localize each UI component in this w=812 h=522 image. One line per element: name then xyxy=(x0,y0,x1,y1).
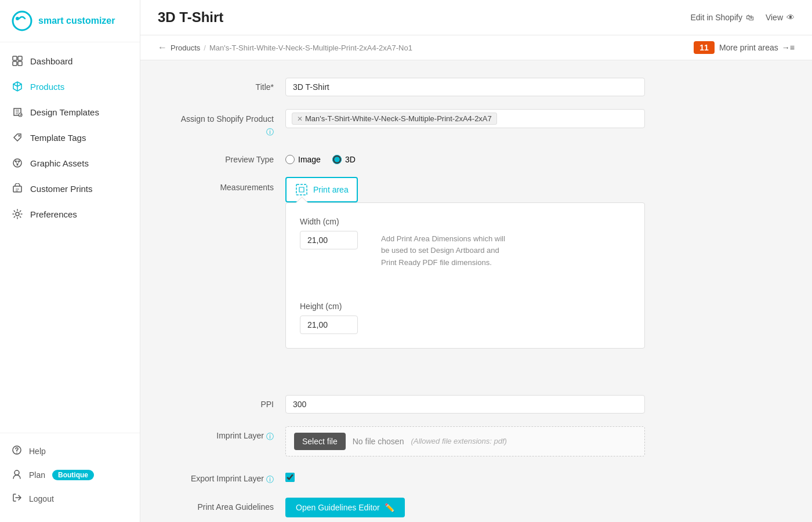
width-label: Width (cm) xyxy=(300,217,358,226)
preview-type-row: Preview Type Image 3D xyxy=(158,150,645,164)
export-imprint-label: Export Imprint Layer ⓘ xyxy=(158,469,274,485)
title-input[interactable] xyxy=(285,78,645,96)
breadcrumb-current: Man's-T-Shirt-White-V-Neck-S-Multiple-Pr… xyxy=(209,44,412,52)
page-title: 3D T-Shirt xyxy=(158,9,223,26)
breadcrumb: ← Products / Man's-T-Shirt-White-V-Neck-… xyxy=(158,42,412,53)
graphic-assets-icon xyxy=(12,157,23,169)
export-imprint-checkbox[interactable] xyxy=(285,473,295,482)
measurements-row: Measurements Print area Width (c xyxy=(158,177,645,349)
svg-rect-2 xyxy=(13,56,17,60)
preview-3d-radio[interactable] xyxy=(332,155,342,164)
imprint-file-ext: (Allowed file extensions: pdf) xyxy=(411,437,506,445)
measurements-field: Print area Width (cm) Add Print Area Dim… xyxy=(285,177,645,349)
imprint-file-area: Select file No file chosen (Allowed file… xyxy=(285,426,645,456)
preview-image-label: Image xyxy=(298,155,321,164)
print-area-tab-btn[interactable]: Print area xyxy=(285,177,358,202)
assign-info-icon[interactable]: ⓘ xyxy=(266,127,274,137)
measurements-tab-area: Print area Width (cm) Add Print Area Dim… xyxy=(285,177,645,349)
svg-point-18 xyxy=(16,452,17,454)
sidebar-item-preferences[interactable]: Preferences xyxy=(0,201,140,227)
print-areas-section: 11 More print areas →≡ xyxy=(694,41,795,54)
preview-image-option[interactable]: Image xyxy=(285,155,321,164)
svg-point-6 xyxy=(19,113,22,117)
open-guidelines-btn[interactable]: Open Guidelines Editor ✏️ xyxy=(285,498,405,517)
logout-item[interactable]: Logout xyxy=(0,487,140,510)
help-label: Help xyxy=(29,447,46,456)
assign-shopify-field: ✕ Man's-T-Shirt-White-V-Neck-S-Multiple-… xyxy=(285,109,645,128)
ppi-field xyxy=(285,395,645,414)
title-field xyxy=(285,78,645,96)
svg-point-7 xyxy=(19,135,20,137)
assign-shopify-row: Assign to Shopify Product ⓘ ✕ Man's-T-Sh… xyxy=(158,109,645,137)
eye-icon: 👁 xyxy=(786,13,795,22)
help-icon xyxy=(12,445,22,457)
svg-rect-20 xyxy=(296,184,307,195)
app-logo-icon xyxy=(12,10,32,31)
breadcrumb-parent[interactable]: Products xyxy=(171,44,200,52)
sidebar-item-products[interactable]: Products xyxy=(0,74,140,99)
breadcrumb-separator: / xyxy=(204,44,206,52)
arrow-right-icon: →≡ xyxy=(782,43,795,52)
ppi-input[interactable] xyxy=(285,395,645,414)
width-group: Width (cm) xyxy=(300,217,358,269)
shopify-product-tag-input[interactable]: ✕ Man's-T-Shirt-White-V-Neck-S-Multiple-… xyxy=(285,109,645,128)
preferences-icon xyxy=(12,208,23,220)
open-guidelines-label: Open Guidelines Editor xyxy=(296,503,380,512)
sidebar-item-preferences-label: Preferences xyxy=(30,209,77,219)
more-print-areas-label: More print areas xyxy=(719,43,778,52)
guidelines-field: Open Guidelines Editor ✏️ xyxy=(285,498,645,517)
preview-3d-option[interactable]: 3D xyxy=(332,155,356,164)
breadcrumb-bar: ← Products / Man's-T-Shirt-White-V-Neck-… xyxy=(140,35,812,60)
svg-point-16 xyxy=(16,212,19,216)
height-group: Height (cm) xyxy=(300,302,630,334)
height-label: Height (cm) xyxy=(300,302,630,311)
sidebar-bottom: Help Plan Boutique Logout xyxy=(0,433,140,522)
sidebar-item-customer-prints[interactable]: Customer Prints xyxy=(0,176,140,201)
imprint-layer-field: Select file No file chosen (Allowed file… xyxy=(285,426,645,456)
view-label: View xyxy=(766,13,783,22)
view-link[interactable]: View 👁 xyxy=(766,13,795,22)
ppi-row: PPI xyxy=(158,395,645,414)
help-item[interactable]: Help xyxy=(0,439,140,463)
design-templates-icon xyxy=(12,106,23,118)
plan-label: Plan xyxy=(29,470,45,480)
nav-menu: Dashboard Products Design Templates Temp… xyxy=(0,42,140,433)
sidebar-item-graphic-assets[interactable]: Graphic Assets xyxy=(0,150,140,176)
imprint-info-icon[interactable]: ⓘ xyxy=(266,432,274,442)
sidebar-item-products-label: Products xyxy=(30,82,64,92)
svg-point-19 xyxy=(14,470,19,475)
plan-badge: Boutique xyxy=(52,470,94,480)
height-input[interactable] xyxy=(300,316,358,334)
dim-hint: Add Print Area Dimensions which will be … xyxy=(381,233,509,269)
sidebar-item-design-templates[interactable]: Design Templates xyxy=(0,99,140,125)
sidebar-item-dashboard-label: Dashboard xyxy=(30,56,72,66)
sidebar-item-graphic-assets-label: Graphic Assets xyxy=(30,158,89,168)
title-label: Title* xyxy=(158,78,274,92)
template-tags-icon xyxy=(12,132,23,143)
more-print-areas-btn[interactable]: More print areas →≡ xyxy=(719,43,795,52)
imprint-select-file-btn[interactable]: Select file xyxy=(294,433,346,450)
preview-image-radio[interactable] xyxy=(285,155,295,164)
width-input[interactable] xyxy=(300,231,358,249)
print-area-icon xyxy=(295,183,309,197)
imprint-layer-label: Imprint Layer ⓘ xyxy=(158,426,274,442)
print-area-count: 11 xyxy=(694,41,715,54)
export-imprint-info-icon[interactable]: ⓘ xyxy=(266,474,274,485)
tag-value: Man's-T-Shirt-White-V-Neck-S-Multiple-Pr… xyxy=(305,114,492,123)
sidebar-item-dashboard[interactable]: Dashboard xyxy=(0,48,140,74)
assign-shopify-label: Assign to Shopify Product ⓘ xyxy=(158,109,274,137)
header-actions: Edit in Shopify 🛍 View 👁 xyxy=(690,13,795,22)
plan-item[interactable]: Plan Boutique xyxy=(0,463,140,487)
products-icon xyxy=(12,81,23,92)
sidebar-item-template-tags[interactable]: Template Tags xyxy=(0,125,140,150)
back-arrow-icon[interactable]: ← xyxy=(158,42,167,53)
svg-line-14 xyxy=(17,161,19,165)
edit-in-shopify-link[interactable]: Edit in Shopify 🛍 xyxy=(690,13,754,22)
edit-in-shopify-label: Edit in Shopify xyxy=(690,13,742,22)
sidebar-item-template-tags-label: Template Tags xyxy=(30,133,86,143)
ppi-label: PPI xyxy=(158,395,274,409)
tag-remove-icon[interactable]: ✕ xyxy=(297,115,303,123)
guidelines-label: Print Area Guidelines xyxy=(158,498,274,512)
svg-rect-4 xyxy=(13,61,17,66)
preview-type-field: Image 3D xyxy=(285,150,645,164)
